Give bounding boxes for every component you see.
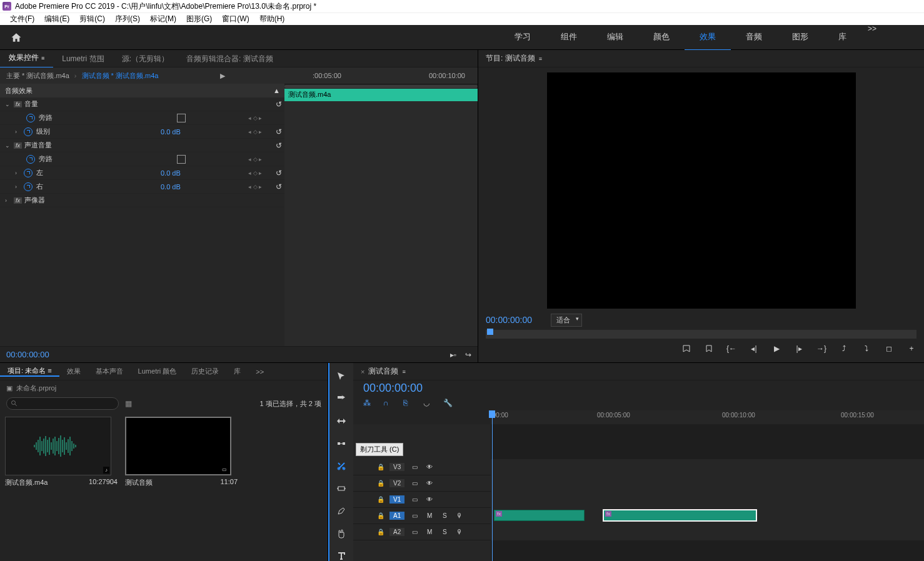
audio-clip-segment-1[interactable]: fx: [494, 510, 585, 521]
program-ruler[interactable]: [486, 330, 916, 339]
bypass-checkbox[interactable]: [177, 155, 186, 164]
track-lane-v1[interactable]: [491, 492, 924, 508]
insert-mode-icon[interactable]: ⁂: [363, 399, 374, 410]
workspace-tab-editing[interactable]: 编辑: [592, 24, 638, 51]
track-lanes[interactable]: fx fx: [491, 424, 924, 561]
marker-in-icon[interactable]: [681, 344, 691, 354]
keyframe-nav[interactable]: ◂ ◇ ▸: [248, 156, 273, 162]
solo-toggle[interactable]: S: [439, 512, 449, 519]
tab-essential-sound[interactable]: 基本声音: [88, 367, 131, 376]
tab-effects[interactable]: 效果: [59, 367, 88, 376]
lock-icon[interactable]: 🔒: [377, 529, 384, 535]
play-only-icon[interactable]: ▸▫: [450, 350, 456, 359]
linked-selection-icon[interactable]: ⎘: [403, 399, 414, 410]
ripple-edit-tool-icon[interactable]: [334, 414, 348, 428]
reset-icon[interactable]: ↺: [273, 127, 284, 136]
keyframe-nav[interactable]: ◂ ◇ ▸: [248, 184, 273, 190]
hand-tool-icon[interactable]: [334, 527, 348, 540]
effect-group-panner[interactable]: ›fx 声像器: [0, 194, 284, 207]
breadcrumb-sequence[interactable]: 测试音频 * 测试音频.m4a: [82, 71, 159, 81]
lock-icon[interactable]: 🔒: [377, 480, 384, 487]
go-to-out-icon[interactable]: →}: [816, 344, 826, 354]
effect-clip-bar[interactable]: 测试音频.m4a: [284, 89, 478, 101]
extract-icon[interactable]: ⤵: [861, 344, 871, 354]
workspace-tab-audio[interactable]: 音频: [731, 24, 777, 51]
pen-tool-icon[interactable]: [334, 504, 348, 518]
toggle-output-icon[interactable]: ▭: [409, 512, 419, 519]
project-search-input[interactable]: [6, 397, 119, 410]
audio-clip-segment-2[interactable]: fx: [603, 510, 756, 521]
voice-record-icon[interactable]: 🎙: [454, 529, 465, 535]
play-icon[interactable]: ▶: [771, 344, 781, 354]
solo-toggle[interactable]: S: [439, 529, 449, 535]
menu-marker[interactable]: 标记(M): [145, 14, 181, 24]
project-item-audio[interactable]: ♪ 测试音频.m4a 10:27904: [5, 417, 118, 558]
workspace-tab-color[interactable]: 颜色: [638, 24, 685, 51]
prop-level-volume[interactable]: › 级别 0.0 dB ◂ ◇ ▸ ↺: [0, 125, 284, 139]
left-value[interactable]: 0.0 dB: [161, 169, 211, 177]
keyframe-nav[interactable]: ◂ ◇ ▸: [248, 129, 273, 135]
prop-right[interactable]: › 右 0.0 dB ◂ ◇ ▸ ↺: [0, 180, 284, 194]
stopwatch-icon[interactable]: [24, 169, 33, 177]
type-tool-icon[interactable]: [334, 549, 348, 561]
tab-lumetri-scopes[interactable]: Lumetri 范围: [53, 50, 113, 67]
export-frame-icon[interactable]: ◻: [884, 344, 894, 354]
menu-graphics[interactable]: 图形(G): [181, 14, 217, 24]
keyframe-nav[interactable]: ◂ ◇ ▸: [248, 115, 273, 121]
toggle-output-icon[interactable]: ▭: [409, 529, 419, 535]
tab-history[interactable]: 历史记录: [184, 367, 226, 376]
reset-icon[interactable]: ↺: [273, 100, 284, 109]
track-header-v3[interactable]: 🔒V3▭👁: [353, 463, 491, 471]
playhead-handle-icon[interactable]: [489, 410, 495, 418]
track-header-a2[interactable]: 🔒A2▭MS🎙: [353, 528, 491, 536]
track-lane-a2[interactable]: [491, 524, 924, 540]
workspace-tab-effects[interactable]: 效果: [685, 24, 731, 51]
reset-icon[interactable]: ↺: [273, 141, 284, 150]
home-icon[interactable]: [10, 32, 23, 43]
playhead-line[interactable]: [492, 410, 493, 561]
workspace-more-icon[interactable]: >>: [868, 24, 886, 51]
tab-project[interactable]: 项目: 未命名 ≡: [0, 366, 59, 377]
slip-tool-icon[interactable]: [334, 482, 348, 495]
project-tabs-more[interactable]: >>: [248, 368, 271, 375]
menu-file[interactable]: 文件(F): [5, 14, 39, 24]
reset-icon[interactable]: ↺: [273, 182, 284, 191]
menu-window[interactable]: 窗口(W): [217, 14, 254, 24]
go-to-in-icon[interactable]: {←: [726, 344, 736, 354]
tab-libraries[interactable]: 库: [226, 367, 248, 376]
eye-icon[interactable]: 👁: [424, 496, 434, 503]
prop-bypass-volume[interactable]: 旁路 ◂ ◇ ▸: [0, 111, 284, 125]
lock-icon[interactable]: 🔒: [377, 512, 384, 519]
snap-icon[interactable]: ∩: [383, 399, 394, 410]
scrollbar-thumb[interactable]: [284, 85, 478, 88]
menu-help[interactable]: 帮助(H): [254, 14, 290, 24]
voice-record-icon[interactable]: 🎙: [454, 512, 465, 519]
stopwatch-icon[interactable]: [26, 155, 35, 164]
toggle-output-icon[interactable]: ▭: [409, 496, 419, 503]
stopwatch-icon[interactable]: [26, 114, 35, 122]
close-sequence-icon[interactable]: ×: [361, 368, 364, 375]
menu-sequence[interactable]: 序列(S): [110, 14, 145, 24]
workspace-tab-graphics[interactable]: 图形: [777, 24, 823, 51]
panel-menu-icon[interactable]: ≡: [402, 369, 405, 375]
level-value[interactable]: 0.0 dB: [161, 128, 211, 136]
track-header-v2[interactable]: 🔒V2▭👁: [353, 479, 491, 487]
button-editor-icon[interactable]: +: [906, 344, 916, 354]
prop-left[interactable]: › 左 0.0 dB ◂ ◇ ▸ ↺: [0, 166, 284, 180]
zoom-fit-dropdown[interactable]: 适合: [551, 314, 582, 327]
timeline-timecode[interactable]: 00:00:00:00: [363, 382, 454, 395]
rate-stretch-tool-icon[interactable]: [334, 437, 348, 450]
effect-timecode[interactable]: 00:00:00:00: [6, 350, 49, 359]
lock-icon[interactable]: 🔒: [377, 496, 384, 503]
stopwatch-icon[interactable]: [24, 127, 33, 136]
workspace-tab-libraries[interactable]: 库: [823, 24, 861, 51]
settings-icon[interactable]: 🔧: [443, 399, 454, 410]
stopwatch-icon[interactable]: [24, 182, 33, 191]
project-breadcrumb[interactable]: ▣ 未命名.prproj: [0, 380, 328, 395]
tab-source-monitor[interactable]: 源:（无剪辑）: [113, 50, 178, 67]
marker-icon[interactable]: ◡: [423, 399, 434, 410]
eye-icon[interactable]: 👁: [424, 464, 434, 470]
panel-menu-icon[interactable]: ≡: [539, 56, 542, 62]
keyframe-nav[interactable]: ◂ ◇ ▸: [248, 170, 273, 176]
menu-edit[interactable]: 编辑(E): [39, 14, 74, 24]
